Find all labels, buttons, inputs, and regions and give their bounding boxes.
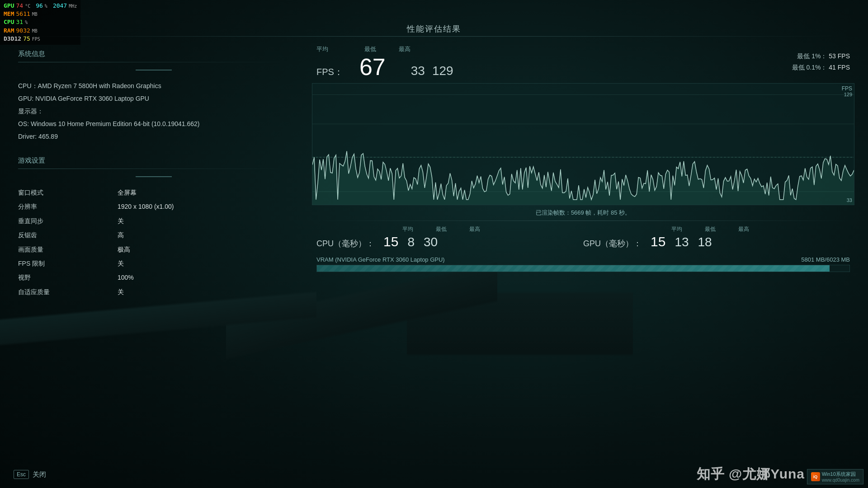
gpu-avg-header: 平均 xyxy=(671,225,682,233)
settings-value: 高 xyxy=(118,229,289,242)
vram-bar-fill xyxy=(317,265,830,272)
fps-chart-max: 129 xyxy=(844,92,852,97)
system-info-title: 系统信息 xyxy=(18,50,289,58)
gpu-min-header: 最低 xyxy=(705,225,716,233)
cpu-max-val: 30 xyxy=(424,235,438,249)
close-button[interactable]: Esc 关闭 xyxy=(14,470,46,479)
fps-low1-label: 最低 1%： xyxy=(797,52,827,60)
vram-header: VRAM (NVIDIA GeForce RTX 3060 Laptop GPU… xyxy=(316,256,850,263)
settings-value: 关 xyxy=(118,286,289,299)
settings-value: 868 x 488 (x1.00) xyxy=(118,200,289,213)
fps-low1-val: 53 FPS xyxy=(829,52,850,60)
fps-stats-row: 平均 最低 最高 FPS： 67 33 129 最低 1%： 53 FPS xyxy=(312,45,854,79)
settings-grid: 窗口模式全屏幕分辨率1920 x 1080 (x1.00)垂直同步关反锯齿高画面… xyxy=(18,186,289,299)
cpu-ms-label: CPU（毫秒）： xyxy=(316,238,374,249)
vram-bar-stripe xyxy=(317,265,830,272)
settings-label: FPS 限制 xyxy=(18,257,108,270)
game-settings-divider xyxy=(18,169,289,169)
settings-value: 关 xyxy=(118,215,289,228)
fps-avg-header: 平均 xyxy=(316,45,328,53)
hud-gpu-load-unit: % xyxy=(45,3,47,9)
fps-low01-label: 最低 0.1%： xyxy=(792,64,827,71)
hud-mem-unit: MB xyxy=(32,11,38,18)
chart-divider xyxy=(312,221,854,221)
fps-avg-val: 67 xyxy=(359,55,386,79)
gpu-max-val: 18 xyxy=(698,235,712,249)
esc-key: Esc xyxy=(14,470,29,479)
game-settings-title: 游戏设置 xyxy=(18,156,289,165)
hud-cpu-val: 31 xyxy=(16,18,23,26)
fps-low-stats: 最低 1%： 53 FPS 最低 0.1%： 41 FPS xyxy=(792,51,850,73)
hud-ram-unit: MB xyxy=(32,28,38,34)
settings-value: 全屏幕 xyxy=(118,186,289,199)
cpu-avg-header: 平均 xyxy=(402,225,413,233)
settings-label: 画面质量 xyxy=(18,243,108,256)
settings-label: 反锯齿 xyxy=(18,229,108,242)
system-info-details: CPU：AMD Ryzen 7 5800H with Radeon Graphi… xyxy=(18,80,289,143)
hud-mem-label: MEM xyxy=(4,10,14,18)
os-info: OS: Windows 10 Home Premium Edition 64-b… xyxy=(18,117,289,130)
gpu-max-header: 最高 xyxy=(738,225,749,233)
settings-label: 自适应质量 xyxy=(18,286,108,299)
brand-icon: iQ xyxy=(811,472,820,481)
settings-label: 分辨率 xyxy=(18,200,108,213)
hud-gpu-load: 96 xyxy=(36,2,43,10)
vram-current: 5801 MB xyxy=(801,256,825,263)
cpu-min-header: 最低 xyxy=(436,225,447,233)
settings-value: 100% xyxy=(118,271,289,284)
left-panel: 系统信息 CPU：AMD Ryzen 7 5800H with Radeon G… xyxy=(0,41,307,488)
fps-label: FPS： xyxy=(316,66,343,78)
system-info-divider xyxy=(18,62,289,62)
page-title: 性能评估结果 xyxy=(407,23,461,34)
gpu-ms-label: GPU（毫秒）： xyxy=(583,238,642,249)
gpu-min-val: 13 xyxy=(675,235,689,249)
gpu-info: GPU: NVIDIA GeForce RTX 3060 Laptop GPU xyxy=(18,92,289,105)
hud-mem-val: 5611 xyxy=(16,10,30,18)
cpu-block: 平均 最低 最高 CPU（毫秒）： 15 8 30 xyxy=(316,225,583,249)
hud-gpu-mhz: 2047 xyxy=(53,2,67,10)
gpu-block: 平均 最低 最高 GPU（毫秒）： 15 13 18 xyxy=(583,225,850,249)
vram-label: VRAM (NVIDIA GeForce RTX 3060 Laptop GPU… xyxy=(316,256,445,263)
gpu-avg-val: 15 xyxy=(651,234,665,249)
driver-info: Driver: 465.89 xyxy=(18,130,289,143)
cpu-gpu-stats: 平均 最低 最高 CPU（毫秒）： 15 8 30 平均 最低 最高 xyxy=(312,225,854,249)
fps-chart-min: 33 xyxy=(847,197,852,203)
game-settings-center-divider xyxy=(136,176,172,177)
close-label: 关闭 xyxy=(33,470,46,479)
fps-low01-val: 41 FPS xyxy=(829,64,850,71)
cpu-min-val: 8 xyxy=(407,235,415,249)
watermark: 知乎 @尤娜Yuna xyxy=(697,465,805,483)
vram-values: 5801 MB/6023 MB xyxy=(801,256,850,263)
settings-value: 极高 xyxy=(118,243,289,256)
fps-chart-container: FPS 129 33 xyxy=(312,83,854,205)
hud-cpu-unit: % xyxy=(25,19,28,26)
hud-gpu-temp: 74 xyxy=(16,2,23,10)
game-settings-section: 游戏设置 窗口模式全屏幕分辨率1920 x 1080 (x1.00)垂直同步关反… xyxy=(18,156,289,299)
fps-max-header: 最高 xyxy=(399,45,410,53)
hud-ram-label: RAM xyxy=(4,27,14,35)
fps-max-val: 129 xyxy=(432,64,453,78)
settings-label: 垂直同步 xyxy=(18,215,108,228)
settings-value: 关 xyxy=(118,257,289,270)
hud-gpu-label: GPU xyxy=(4,2,14,10)
settings-label: 窗口模式 xyxy=(18,186,108,199)
cpu-info: CPU：AMD Ryzen 7 5800H with Radeon Graphi… xyxy=(18,80,289,92)
fps-min-val: 33 xyxy=(411,64,425,78)
vram-bar-bg xyxy=(316,265,850,272)
hud-overlay: GPU 74 °C 96 % 2047 MHz MEM 5611 MB CPU … xyxy=(0,0,80,45)
main-content: 系统信息 CPU：AMD Ryzen 7 5800H with Radeon G… xyxy=(0,41,868,488)
system-info-center-divider xyxy=(136,70,172,70)
right-panel: 平均 最低 最高 FPS： 67 33 129 最低 1%： 53 FPS xyxy=(307,41,868,488)
vram-total: 6023 MB xyxy=(826,256,850,263)
brand-logo: iQ Win10系统家园 www.qd0uajin.com xyxy=(807,469,863,484)
settings-label: 视野 xyxy=(18,271,108,284)
frames-info: 已渲染帧数：5669 帧，耗时 85 秒。 xyxy=(312,209,854,217)
cpu-avg-val: 15 xyxy=(383,234,398,249)
fps-min-header: 最低 xyxy=(364,45,376,53)
hud-cpu-label: CPU xyxy=(4,18,14,26)
hud-gpu-temp-unit: °C xyxy=(25,3,30,9)
vram-section: VRAM (NVIDIA GeForce RTX 3060 Laptop GPU… xyxy=(312,256,854,272)
cpu-max-header: 最高 xyxy=(469,225,480,233)
hud-ram-val: 9032 xyxy=(16,27,30,35)
hud-gpu-mhz-unit: MHz xyxy=(69,3,77,9)
